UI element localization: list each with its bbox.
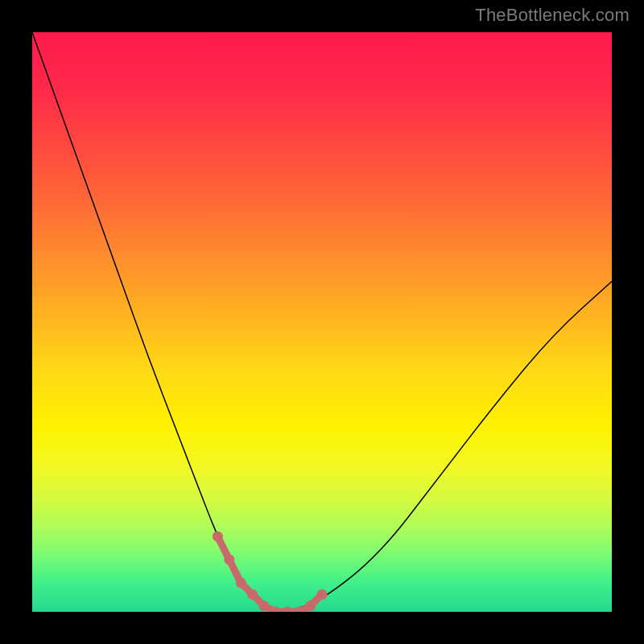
- marker-dot: [236, 578, 246, 588]
- chart-frame: TheBottleneck.com: [0, 0, 644, 644]
- marker-dot: [247, 589, 258, 600]
- highlighted-range: [213, 531, 328, 612]
- marker-connector: [217, 536, 322, 612]
- marker-dot: [213, 531, 223, 542]
- marker-dot: [317, 589, 328, 600]
- marker-dot: [305, 601, 316, 611]
- watermark-text: TheBottleneck.com: [475, 5, 630, 26]
- marker-dot: [259, 601, 270, 611]
- marker-dot: [224, 555, 234, 565]
- marker-dot: [282, 607, 292, 613]
- curve-svg: [32, 32, 612, 612]
- plot-area: [32, 32, 612, 612]
- bottleneck-curve: [32, 32, 612, 612]
